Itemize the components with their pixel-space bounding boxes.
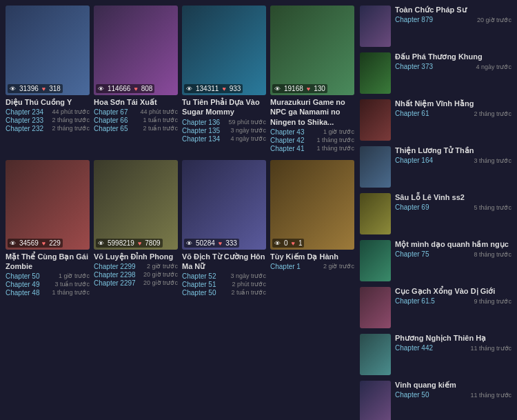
chapter-item[interactable]: Chapter 229820 giờ trước [94,271,178,279]
sidebar-time: 2 tháng trước [474,110,511,117]
chapter-time: 44 phút trước [52,108,90,116]
chapter-time: 3 ngày trước [230,127,266,134]
chapter-name: Chapter 48 [6,289,39,297]
sidebar-info: Đấu Phá Thương KhungChapter 3734 ngày tr… [395,52,511,70]
chapter-name: Chapter 49 [6,281,39,288]
sidebar-thumb [360,146,391,188]
hearts-count: 933 [230,85,241,92]
chapter-time: 3 ngày trước [230,272,266,280]
sidebar-info: Vinh quang kiếmChapter 5011 tháng trước [395,381,511,399]
sidebar-thumb [360,99,391,141]
chapter-item[interactable]: Chapter 229720 giờ trước [94,279,178,287]
manga-card[interactable]: 50284 333Võ Địch Từ Cường Hôn Ma NữChapt… [182,160,266,298]
sidebar-chapter: Chapter 61 [395,110,429,117]
chapter-item[interactable]: Chapter 1353 ngày trước [182,127,266,134]
chapter-name: Chapter 41 [270,145,304,152]
chapter-item[interactable]: Chapter 431 giờ trước [270,128,354,136]
sidebar-item[interactable]: Phương Nghịch Thiên HạChapter 44211 thán… [360,334,511,375]
sidebar-item[interactable]: Toàn Chức Pháp SưChapter 87920 giờ trước [360,6,511,47]
chapter-item[interactable]: Chapter 523 ngày trước [182,272,266,280]
hearts-count: 333 [225,239,237,247]
chapter-name: Chapter 42 [270,137,304,144]
chapter-name: Chapter 43 [270,128,304,136]
manga-card[interactable]: 0 1Tùy Kiếm Dạ HànhChapter 12 giờ trước [270,160,354,298]
main-content: 31396 318Diệu Thú Cuồng YChapter 23444 p… [0,0,517,420]
chapter-name: Chapter 135 [182,127,220,134]
sidebar-item[interactable]: Nhất Niệm Vĩnh HằngChapter 612 tháng trư… [360,99,511,141]
chapter-time: 1 tháng trước [316,137,354,144]
manga-card[interactable]: 114666 808Hoa Sơn Tái XuấtChapter 6744 p… [94,6,178,153]
sidebar: Toàn Chức Pháp SưChapter 87920 giờ trước… [360,6,511,420]
sidebar-item[interactable]: Vinh quang kiếmChapter 5011 tháng trước [360,381,511,420]
sidebar-chapter: Chapter 879 [395,16,433,23]
eye-icon [98,239,104,247]
chapter-item[interactable]: Chapter 661 tuần trước [94,117,178,124]
sidebar-chapter-row: Chapter 695 tháng trước [395,203,511,211]
sidebar-title: Vinh quang kiếm [395,381,511,390]
sidebar-time: 3 tháng trước [474,157,511,164]
manga-stats: 50284 333 [184,239,239,248]
chapter-name: Chapter 2298 [94,271,136,279]
chapter-time: 1 giờ trước [59,272,90,280]
sidebar-thumb [360,381,391,420]
chapter-time: 2 tuần trước [231,289,266,297]
sidebar-chapter: Chapter 75 [395,250,429,258]
manga-card[interactable]: 31396 318Diệu Thú Cuồng YChapter 23444 p… [6,6,90,153]
sidebar-title: Nhất Niệm Vĩnh Hằng [395,99,511,108]
chapter-item[interactable]: Chapter 1344 ngày trước [182,135,266,143]
sidebar-time: 8 tháng trước [474,251,511,258]
chapter-item[interactable]: Chapter 13659 phút trước [182,119,266,126]
sidebar-item[interactable]: Đấu Phá Thương KhungChapter 3734 ngày tr… [360,52,511,94]
chapter-item[interactable]: Chapter 481 tháng trước [6,289,90,297]
sidebar-chapter-row: Chapter 44211 tháng trước [395,344,511,352]
chapter-item[interactable]: Chapter 2322 tháng trước [6,125,90,132]
chapter-time: 2 giờ trước [323,263,354,270]
chapter-item[interactable]: Chapter 6744 phút trước [94,108,178,116]
chapter-item[interactable]: Chapter 512 phút trước [182,281,266,288]
chapter-time: 44 phút trước [140,108,178,116]
chapter-name: Chapter 2299 [94,263,136,270]
sidebar-item[interactable]: Sâu Lỗ Lê Vinh ss2Chapter 695 tháng trướ… [360,193,511,234]
manga-card[interactable]: 5998219 7809Võ Luyện Đỉnh PhongChapter 2… [94,160,178,298]
heart-icon [307,85,310,92]
chapter-name: Chapter 1 [270,263,301,270]
sidebar-info: Cục Gạch Xổng Vào Dị GiớiChapter 61.59 t… [395,287,511,305]
manga-card[interactable]: 19168 130Murazukuri Game no NPC ga Namam… [270,6,354,153]
chapter-time: 4 ngày trước [230,135,266,143]
chapter-item[interactable]: Chapter 22992 giờ trước [94,263,178,270]
manga-card[interactable]: 34569 229Mặt Thể Cùng Bạn Gái ZombieChap… [6,160,90,298]
sidebar-item[interactable]: Một mình dạo quanh hầm ngụcChapter 758 t… [360,240,511,281]
sidebar-chapter: Chapter 164 [395,157,433,164]
chapter-time: 20 giờ trước [143,279,178,287]
chapter-time: 1 tháng trước [52,289,90,297]
sidebar-info: Một mình dạo quanh hầm ngụcChapter 758 t… [395,240,511,258]
sidebar-chapter-row: Chapter 61.59 tháng trước [395,297,511,305]
chapter-name: Chapter 233 [6,117,43,124]
chapter-item[interactable]: Chapter 502 tuần trước [182,289,266,297]
sidebar-title: Một mình dạo quanh hầm ngục [395,240,511,249]
chapter-item[interactable]: Chapter 12 giờ trước [270,263,354,270]
chapter-item[interactable]: Chapter 411 tháng trước [270,145,354,152]
manga-title: Diệu Thú Cuồng Y [6,97,90,107]
views-count: 34569 [19,239,39,247]
views-count: 50284 [196,239,215,247]
chapter-name: Chapter 50 [6,272,39,280]
manga-title: Mặt Thể Cùng Bạn Gái Zombie [6,252,90,272]
views-count: 134311 [196,85,219,92]
chapter-time: 1 tháng trước [316,145,354,152]
sidebar-time: 11 tháng trước [470,345,511,352]
chapter-item[interactable]: Chapter 652 tuần trước [94,125,178,132]
chapter-item[interactable]: Chapter 493 tuần trước [6,281,90,288]
chapter-item[interactable]: Chapter 421 tháng trước [270,137,354,144]
chapter-time: 2 phút trước [232,281,266,288]
chapter-item[interactable]: Chapter 2332 tháng trước [6,117,90,124]
manga-stats: 19168 130 [272,84,327,93]
chapter-item[interactable]: Chapter 501 giờ trước [6,272,90,280]
manga-title: Võ Luyện Đỉnh Phong [94,252,178,261]
chapter-item[interactable]: Chapter 23444 phút trước [6,108,90,116]
sidebar-item[interactable]: Cục Gạch Xổng Vào Dị GiớiChapter 61.59 t… [360,287,511,328]
manga-title: Tùy Kiếm Dạ Hành [270,252,354,261]
sidebar-time: 4 ngày trước [476,63,511,70]
manga-card[interactable]: 134311 933Tu Tiên Phải Dựa Vào Sugar Mom… [182,6,266,153]
sidebar-item[interactable]: Thiện Lương Tử ThầnChapter 1643 tháng tr… [360,146,511,188]
